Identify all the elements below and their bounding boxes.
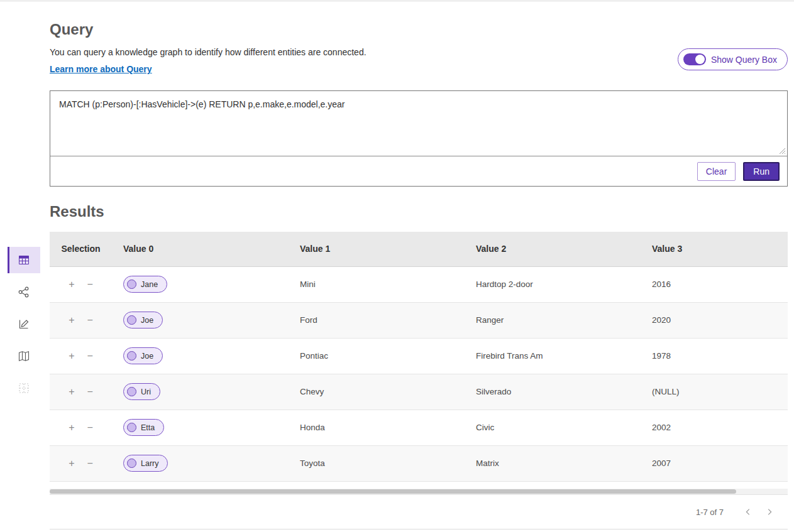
table-view-icon — [18, 254, 30, 266]
sidebar-item-link-chart-view[interactable] — [8, 279, 40, 305]
entity-name: Larry — [141, 459, 158, 468]
toggle-switch-icon — [683, 53, 706, 65]
column-header-selection: Selection — [50, 232, 112, 266]
selection-cell: + − — [50, 266, 112, 302]
query-input[interactable]: MATCH (p:Person)-[:HasVehicle]->(e) RETU… — [50, 91, 787, 156]
toggle-knob — [695, 55, 705, 64]
entity-node-icon — [127, 280, 136, 289]
horizontal-scrollbar-track[interactable] — [50, 489, 788, 494]
value0-cell: Larry — [112, 445, 289, 481]
previous-page-button[interactable] — [740, 504, 756, 520]
add-to-selection-button[interactable]: + — [69, 315, 74, 326]
value3-cell: (NULL) — [641, 374, 788, 410]
query-description-block: You can query a knowledge graph to ident… — [50, 47, 367, 82]
entity-node-icon — [127, 387, 136, 396]
table-row: + − Jane Mini Hardtop 2-door 2016 — [50, 266, 788, 302]
sidebar-item-table-view[interactable] — [8, 247, 40, 273]
value3-cell — [641, 481, 788, 489]
remove-from-selection-button[interactable]: − — [87, 350, 92, 362]
results-area: Selection Value 0 Value 1 Value 2 Value … — [50, 232, 788, 529]
query-description: You can query a knowledge graph to ident… — [50, 47, 367, 57]
remove-from-selection-button[interactable]: − — [87, 386, 92, 398]
value3-cell: 2007 — [641, 445, 788, 481]
add-to-selection-button[interactable]: + — [69, 350, 74, 362]
value1-cell: Pontiac — [289, 338, 465, 374]
next-page-button[interactable] — [761, 504, 778, 520]
remove-from-selection-button[interactable]: − — [87, 279, 92, 290]
horizontal-scrollbar-thumb[interactable] — [50, 489, 736, 494]
selection-cell: + − — [50, 445, 112, 481]
value1-cell: Mini — [289, 266, 465, 302]
value3-cell: 2020 — [641, 302, 788, 338]
value0-cell: Etta — [112, 410, 289, 445]
add-to-selection-button[interactable]: + — [69, 386, 74, 398]
column-header-value2: Value 2 — [465, 232, 641, 266]
column-header-value3: Value 3 — [641, 232, 788, 266]
entity-name: Joe — [141, 352, 153, 361]
run-button[interactable]: Run — [743, 162, 780, 181]
selection-cell: + − — [50, 374, 112, 410]
entity-pill[interactable]: Jane — [123, 276, 167, 293]
table-header: Selection Value 0 Value 1 Value 2 Value … — [50, 232, 788, 266]
value3-cell: 2002 — [641, 410, 788, 445]
table-row: + − Joe Ford Ranger 2020 — [50, 302, 788, 338]
query-actions: Clear Run — [50, 156, 787, 186]
value1-cell: Chevy — [289, 374, 465, 410]
pagination-bar: 1-7 of 7 — [50, 494, 788, 529]
resize-handle-icon[interactable] — [779, 148, 786, 155]
entity-node-icon — [127, 351, 136, 361]
value2-cell: Civic — [465, 410, 641, 445]
clear-button[interactable]: Clear — [697, 162, 736, 181]
value2-cell: Ranger — [465, 302, 641, 338]
sidebar-item-map-view[interactable] — [8, 343, 40, 369]
value0-cell: Uri — [112, 374, 289, 410]
window-top-divider — [0, 0, 794, 1]
query-description-row: You can query a knowledge graph to ident… — [50, 47, 788, 82]
entity-pill[interactable]: Joe — [123, 347, 163, 364]
entity-pill[interactable]: Larry — [123, 455, 168, 472]
query-box: MATCH (p:Person)-[:HasVehicle]->(e) RETU… — [50, 90, 788, 187]
table-row: + − Larry Toyota Matrix 2007 — [50, 445, 788, 481]
entity-pill[interactable]: Etta — [123, 419, 164, 436]
link-chart-view-icon — [18, 286, 30, 298]
value1-cell: Ford — [289, 302, 465, 338]
grid-view-icon — [18, 382, 30, 394]
results-table: Selection Value 0 Value 1 Value 2 Value … — [50, 232, 788, 489]
pagination-label: 1-7 of 7 — [696, 508, 724, 517]
value0-cell — [112, 481, 289, 489]
map-view-icon — [18, 350, 30, 362]
entity-name: Joe — [141, 316, 153, 325]
edit-chart-view-icon — [18, 318, 30, 330]
entity-node-icon — [127, 459, 136, 468]
value1-cell: Toyota — [289, 445, 465, 481]
column-header-value0: Value 0 — [112, 232, 289, 266]
value0-cell: Joe — [112, 302, 289, 338]
add-to-selection-button[interactable]: + — [69, 422, 74, 433]
entity-pill[interactable]: Joe — [123, 312, 163, 328]
value2-cell: Firebird Trans Am — [465, 338, 641, 374]
remove-from-selection-button[interactable]: − — [87, 422, 92, 433]
selection-cell: + − — [50, 302, 112, 338]
selection-cell: + − — [50, 481, 112, 489]
value2-cell — [465, 481, 641, 489]
value1-cell: Honda — [289, 410, 465, 445]
column-header-value1: Value 1 — [289, 232, 465, 266]
table-row: + − Uri Chevy Silverado (NULL) — [50, 374, 788, 410]
entity-name: Uri — [141, 388, 151, 396]
add-to-selection-button[interactable]: + — [69, 458, 74, 469]
add-to-selection-button[interactable]: + — [69, 279, 74, 290]
remove-from-selection-button[interactable]: − — [87, 315, 92, 326]
show-query-box-toggle[interactable]: Show Query Box — [678, 48, 788, 70]
sidebar-item-edit-chart-view[interactable] — [8, 311, 40, 337]
entity-node-icon — [127, 315, 136, 325]
value3-cell: 1978 — [641, 338, 788, 374]
remove-from-selection-button[interactable]: − — [87, 458, 92, 469]
entity-pill[interactable]: Uri — [123, 383, 160, 400]
sidebar-item-grid-view — [8, 375, 40, 401]
chevron-left-icon — [744, 508, 753, 516]
value2-cell: Hardtop 2-door — [465, 266, 641, 302]
query-page: Query You can query a knowledge graph to… — [0, 21, 794, 529]
learn-more-link[interactable]: Learn more about Query — [50, 64, 152, 74]
value0-cell: Jane — [112, 266, 289, 302]
value0-cell: Joe — [112, 338, 289, 374]
